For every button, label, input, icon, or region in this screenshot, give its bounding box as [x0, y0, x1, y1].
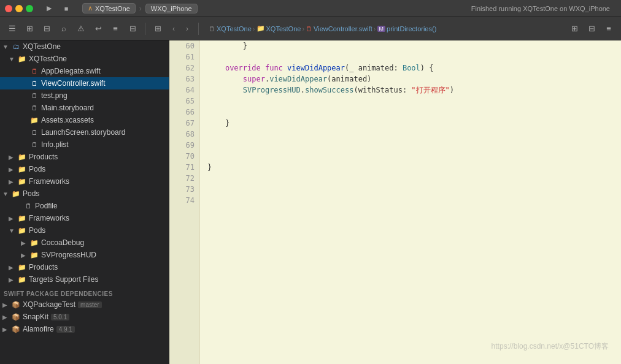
- sidebar-item-label: Products: [29, 263, 58, 271]
- main-area: ▼ 🗂 XQTestOne ▼ 📁 XQTestOne 🗒 AppDelegat…: [0, 40, 621, 364]
- folder-icon: 📁: [17, 275, 27, 284]
- debug-button[interactable]: ⊟: [39, 21, 54, 36]
- sidebar-item-infoplist[interactable]: 🗒 Info.plist: [0, 138, 169, 151]
- close-button[interactable]: [5, 5, 12, 12]
- sidebar-item-label: AppDelegate.swift: [41, 67, 101, 75]
- separator: [145, 23, 145, 35]
- code-line-65: [207, 96, 621, 107]
- version-button[interactable]: ≡: [601, 21, 616, 36]
- breadcrumb: 🗒 XQTestOne › 📁 XQTestOne › 🗒 ViewContro…: [209, 25, 565, 32]
- sidebar-item-label: Main.storyboard: [41, 104, 94, 112]
- file-icon: 🗒: [29, 128, 39, 137]
- sidebar-item-label: Pods: [29, 226, 45, 235]
- prev-button[interactable]: ‹: [168, 23, 180, 35]
- arrow-icon: ▶: [9, 276, 17, 283]
- sidebar-item-label: Pods: [23, 189, 39, 198]
- breadcrumb-method[interactable]: printDirectories(): [387, 25, 436, 32]
- sidebar-item-pods-project[interactable]: ▶ 📁 Pods: [0, 163, 169, 175]
- folder-icon: 📁: [29, 251, 39, 259]
- code-line-66: [207, 107, 621, 118]
- code-line-68: [207, 129, 621, 140]
- line-numbers: 60 61 62 63 64 65 66 67 68 69 70 71 72 7…: [169, 40, 200, 364]
- play-button[interactable]: ▶: [42, 1, 56, 16]
- fullscreen-button[interactable]: [26, 5, 33, 12]
- project-icon: 🗂: [11, 42, 21, 51]
- breadcrumb-project[interactable]: XQTestOne: [217, 25, 252, 32]
- swift-file-icon: 🗒: [29, 79, 39, 88]
- breadcrumb-folder[interactable]: XQTestOne: [266, 25, 301, 32]
- sidebar-item-targets-support[interactable]: ▶ 📁 Targets Support Files: [0, 273, 169, 286]
- folder-icon: 📁: [17, 226, 27, 235]
- sidebar-item-testpng[interactable]: 🗒 test.png: [0, 89, 169, 102]
- next-button[interactable]: ›: [181, 23, 193, 35]
- sidebar-item-pods-sub[interactable]: ▼ 📁 Pods: [0, 224, 169, 237]
- code-content[interactable]: } override func viewDidAppear(_ animated…: [200, 40, 621, 364]
- sidebar-toggle-button[interactable]: ☰: [5, 21, 20, 36]
- package-icon: 📦: [11, 325, 21, 333]
- sidebar-item-viewcontroller[interactable]: 🗒 ViewController.swift: [0, 77, 169, 89]
- sidebar-item-launchscreen[interactable]: 🗒 LaunchScreen.storyboard: [0, 126, 169, 138]
- assistant-button[interactable]: ⊟: [584, 21, 599, 36]
- sidebar: ▼ 🗂 XQTestOne ▼ 📁 XQTestOne 🗒 AppDelegat…: [0, 40, 169, 364]
- inspector-toggle-button[interactable]: ⊞: [567, 21, 582, 36]
- folder-icon: 📁: [11, 189, 21, 198]
- code-line-60: }: [207, 40, 621, 51]
- arrow-icon: ▶: [2, 314, 11, 320]
- sidebar-item-alamofire[interactable]: ▶ 📦 Alamofire 4.9.1: [0, 323, 169, 335]
- stop-button[interactable]: ■: [59, 1, 74, 16]
- sidebar-item-pods-root[interactable]: ▼ 📁 Pods: [0, 188, 169, 200]
- folder-icon: 📁: [17, 214, 27, 222]
- arrow-icon: ▶: [9, 166, 17, 173]
- sidebar-item-coacoadebug[interactable]: ▶ 📁 CocoaDebug: [0, 237, 169, 249]
- arrow-icon: ▶: [9, 154, 17, 161]
- sidebar-item-assets[interactable]: 📁 Assets.xcassets: [0, 114, 169, 126]
- sidebar-item-frameworks-project[interactable]: ▶ 📁 Frameworks: [0, 175, 169, 188]
- folder-icon: 📁: [29, 116, 39, 124]
- sidebar-item-label: test.png: [41, 91, 68, 100]
- folder-icon: 📁: [17, 55, 27, 63]
- sidebar-item-label: SVProgressHUD: [41, 251, 96, 259]
- sidebar-item-label: Podfile: [35, 202, 58, 210]
- sidebar-item-label: LaunchScreen.storyboard: [41, 128, 125, 137]
- swift-file-icon: 🗒: [29, 67, 39, 75]
- package-badge: 4.9.1: [56, 326, 75, 333]
- traffic-lights: [5, 5, 33, 12]
- device-selector[interactable]: WXQ_iPhone: [145, 4, 198, 13]
- arrow-icon: ▶: [2, 326, 11, 333]
- sidebar-item-svprogresshud[interactable]: ▶ 📁 SVProgressHUD: [0, 249, 169, 261]
- sidebar-item-label: ViewController.swift: [41, 79, 105, 88]
- code-line-63: super.viewDidAppear(animated): [207, 74, 621, 85]
- arrow-icon: ▼: [9, 227, 17, 234]
- sidebar-item-products[interactable]: ▶ 📁 Products: [0, 151, 169, 163]
- grid-view-button[interactable]: ⊞: [150, 21, 165, 36]
- podfile-icon: 🗒: [23, 202, 33, 210]
- arrow-icon: ▶: [9, 215, 17, 222]
- sidebar-item-products-pods[interactable]: ▶ 📁 Products: [0, 261, 169, 273]
- back-button[interactable]: ↩: [91, 21, 106, 36]
- scheme-selector[interactable]: ∧ XQTestOne: [82, 3, 136, 13]
- arrow-icon: ▶: [9, 264, 17, 271]
- sidebar-item-xqtestone-folder[interactable]: ▼ 📁 XQTestOne: [0, 53, 169, 65]
- sidebar-item-appdelegate[interactable]: 🗒 AppDelegate.swift: [0, 65, 169, 77]
- code-editor[interactable]: 60 61 62 63 64 65 66 67 68 69 70 71 72 7…: [169, 40, 621, 364]
- sidebar-item-podfile[interactable]: 🗒 Podfile: [0, 200, 169, 212]
- sidebar-item-root[interactable]: ▼ 🗂 XQTestOne: [0, 40, 169, 53]
- arrow-icon: ▼: [9, 56, 17, 63]
- code-line-74: [207, 195, 621, 206]
- sidebar-item-frameworks-pods[interactable]: ▶ 📁 Frameworks: [0, 212, 169, 224]
- package-icon: 📦: [11, 313, 21, 321]
- warning-button[interactable]: ⚠: [74, 21, 88, 36]
- package-badge: 5.0.1: [51, 314, 69, 320]
- search-button[interactable]: ⌕: [56, 21, 71, 36]
- sidebar-item-label: Alamofire: [23, 325, 54, 333]
- navigator-button[interactable]: ⊞: [22, 21, 37, 36]
- status-message: Finished running XQTestOne on WXQ_iPhone: [471, 5, 616, 12]
- breadcrumb-file[interactable]: ViewController.swift: [314, 25, 372, 32]
- split-button[interactable]: ⊟: [125, 21, 140, 36]
- minimize-button[interactable]: [15, 5, 23, 12]
- sidebar-item-snapkit[interactable]: ▶ 📦 SnapKit 5.0.1: [0, 311, 169, 323]
- sidebar-item-xqpackagetest[interactable]: ▶ 📦 XQPackageTest master: [0, 298, 169, 311]
- code-line-71: }: [207, 162, 621, 173]
- list-button[interactable]: ≡: [108, 21, 123, 36]
- sidebar-item-mainstoryboard[interactable]: 🗒 Main.storyboard: [0, 102, 169, 114]
